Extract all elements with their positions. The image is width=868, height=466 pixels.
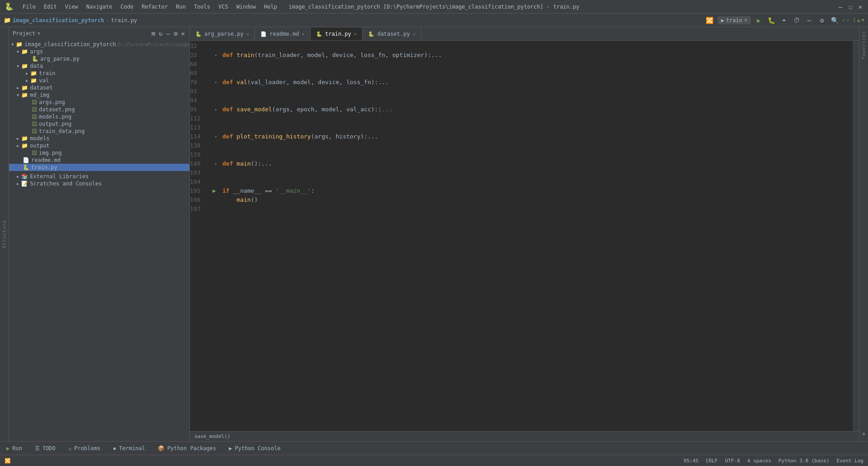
fold-33-icon[interactable]: ▸: [212, 51, 220, 60]
params-val: (val_loader, model, device, loss_fn):...: [247, 78, 389, 87]
fg-114[interactable]: ▸: [212, 132, 220, 141]
console-tab-label: Python Console: [235, 445, 281, 452]
tree-readme[interactable]: 📄 readme.md: [9, 157, 189, 164]
menu-tools[interactable]: Tools: [190, 2, 214, 11]
tab-train-close[interactable]: ✕: [354, 31, 357, 37]
tab-dataset-close[interactable]: ✕: [413, 31, 416, 37]
code-70: def val (val_loader, model, device, loss…: [222, 78, 853, 87]
fg-95[interactable]: ▸: [212, 105, 220, 114]
cursor-position[interactable]: 95:45: [684, 458, 698, 464]
tree-models[interactable]: ▸ 📁 models: [9, 135, 189, 142]
bottom-tab-problems[interactable]: ⚠ Problems: [62, 442, 107, 455]
tab-readme-close[interactable]: ✕: [302, 31, 305, 37]
title-bar-left: 🐍 File Edit View Navigate Code Refactor …: [5, 2, 281, 11]
code-68: [222, 60, 853, 69]
error-count[interactable]: ✓ ✓ 1 ▲ ▼: [842, 17, 864, 23]
tree-dataset[interactable]: ▸ 📁 dataset: [9, 84, 189, 91]
ln-32: 32: [190, 42, 209, 51]
tree-output[interactable]: ▸ 📁 output: [9, 142, 189, 149]
bottom-tab-terminal[interactable]: ▪ Terminal: [107, 442, 151, 455]
layout-icon[interactable]: ⊞: [151, 29, 156, 38]
profile-button[interactable]: ⏱: [792, 15, 802, 25]
star-icon[interactable]: ★: [862, 429, 866, 437]
tree-args[interactable]: ▾ 📁 args: [9, 48, 189, 55]
right-scrollbar[interactable]: [853, 41, 859, 431]
menu-window[interactable]: Window: [233, 2, 259, 11]
fg-112: [212, 114, 220, 123]
search-button[interactable]: 🔍: [830, 15, 840, 25]
menu-view[interactable]: View: [61, 2, 82, 11]
coverage-button[interactable]: ☂: [779, 15, 789, 25]
tree-scratches[interactable]: ▸ 📝 Scratches and Consoles: [9, 180, 189, 187]
fold-140-icon[interactable]: ▸: [212, 159, 220, 168]
fold-70-icon[interactable]: ▸: [212, 78, 220, 87]
tree-ext-libs[interactable]: ▸ 📚 External Libraries: [9, 173, 189, 180]
outputpng-icon: 🖼: [32, 121, 37, 127]
tab-readme[interactable]: 📄 readme.md ✕: [255, 28, 311, 40]
menu-run[interactable]: Run: [172, 2, 189, 11]
bottom-tab-packages[interactable]: 📦 Python Packages: [151, 442, 222, 455]
code-area[interactable]: def train (train_loader, model, device, …: [220, 41, 853, 431]
encoding[interactable]: UTF-8: [725, 458, 740, 464]
indent-size[interactable]: 4 spaces: [747, 458, 771, 464]
code-33: def train (train_loader, model, device, …: [222, 51, 853, 60]
tree-dataset-png[interactable]: 🖼 dataset.png: [9, 106, 189, 113]
menu-help[interactable]: Help: [260, 2, 281, 11]
fg-140[interactable]: ▸: [212, 159, 220, 168]
tree-train-py[interactable]: 🐍 train.py: [9, 164, 189, 171]
file-name[interactable]: train.py: [111, 17, 137, 24]
menu-navigate[interactable]: Navigate: [83, 2, 116, 11]
close-button[interactable]: ✕: [857, 4, 863, 10]
sidebar-dropdown[interactable]: ▼: [38, 30, 41, 37]
python-version[interactable]: Python 3.8 (base): [778, 458, 830, 464]
fold-114-icon[interactable]: ▸: [212, 132, 220, 141]
tab-dataset[interactable]: 🐍 dataset.py ✕: [363, 28, 421, 40]
readme-name: readme.md: [31, 157, 61, 163]
tab-train[interactable]: 🐍 train.py ✕: [311, 28, 363, 40]
tree-args-png[interactable]: 🖼 args.png: [9, 99, 189, 106]
fg-33[interactable]: ▸: [212, 51, 220, 60]
tree-md-img[interactable]: ▾ 📁 md_img: [9, 91, 189, 99]
maximize-button[interactable]: ☐: [847, 4, 854, 10]
tree-data[interactable]: ▾ 📁 data: [9, 62, 189, 70]
run-button[interactable]: ▶: [754, 15, 764, 25]
tree-arg-parse[interactable]: 🐍 arg_parse.py: [9, 55, 189, 62]
tree-root[interactable]: ▾ 📁 image_classification_pytorch D:\Pych…: [9, 41, 189, 48]
event-log[interactable]: Event Log: [836, 458, 863, 464]
tree-img-png[interactable]: 🖼 img.png: [9, 149, 189, 157]
project-name[interactable]: image_classification_pytorch: [13, 17, 104, 24]
favorites-label[interactable]: Favorites: [861, 31, 866, 59]
tree-traindata-png[interactable]: 🖼 train_data.png: [9, 128, 189, 135]
sync-icon[interactable]: ↻: [158, 29, 163, 38]
line-ending[interactable]: CRLF: [706, 458, 718, 464]
settings-button[interactable]: ⚙: [817, 15, 827, 25]
debug-button[interactable]: 🐛: [766, 15, 776, 25]
vcs-icon[interactable]: 🔀: [705, 15, 715, 25]
bottom-tab-todo[interactable]: ☰ TODO: [28, 442, 62, 455]
data-expand-icon: ▾: [16, 63, 19, 69]
run-config[interactable]: ▶ train ▼: [717, 16, 751, 24]
tab-arg-parse-close[interactable]: ✕: [246, 31, 250, 37]
tree-models-png[interactable]: 🖼 models.png: [9, 113, 189, 120]
settings-tree-icon[interactable]: ⚙: [173, 29, 178, 38]
more-button[interactable]: ⋯: [804, 15, 814, 25]
code-editor[interactable]: 32 33 68 69 70 93 94 95 112 113 114 138 …: [190, 41, 859, 431]
menu-file[interactable]: File: [19, 2, 39, 11]
tree-val-dir[interactable]: ▸ 📁 val: [9, 77, 189, 84]
menu-refactor[interactable]: Refactor: [138, 2, 171, 11]
structure-panel[interactable]: Structure: [0, 27, 9, 441]
collapse-icon[interactable]: —: [165, 29, 171, 38]
fg-70[interactable]: ▸: [212, 78, 220, 87]
bottom-tab-run[interactable]: ▶ Run: [0, 442, 28, 455]
tree-train-dir[interactable]: ▸ 📁 train: [9, 70, 189, 77]
minimize-button[interactable]: —: [837, 4, 844, 10]
tab-arg-parse[interactable]: 🐍 arg_parse.py ✕: [190, 28, 255, 40]
argspng-icon: 🖼: [32, 99, 37, 105]
menu-code[interactable]: Code: [117, 2, 137, 11]
menu-vcs[interactable]: VCS: [215, 2, 232, 11]
fold-95-icon[interactable]: ▸: [212, 105, 220, 114]
tree-output-png[interactable]: 🖼 output.png: [9, 120, 189, 128]
menu-edit[interactable]: Edit: [40, 2, 61, 11]
bottom-tab-console[interactable]: ▶ Python Console: [222, 442, 287, 455]
hide-icon[interactable]: ✕: [180, 29, 186, 38]
